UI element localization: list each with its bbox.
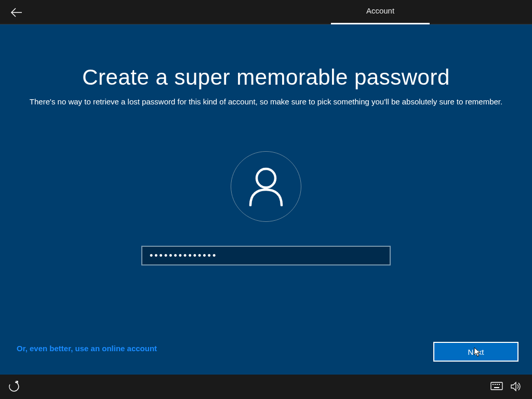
svg-rect-7	[494, 387, 499, 388]
main-content: Create a super memorable password There'…	[0, 24, 532, 375]
back-button[interactable]	[9, 5, 24, 20]
on-screen-keyboard-button[interactable]	[490, 382, 503, 392]
next-button[interactable]: Next	[433, 342, 518, 362]
keyboard-icon	[490, 382, 503, 390]
user-avatar	[231, 151, 301, 222]
next-button-label: Next	[468, 348, 484, 356]
svg-rect-3	[493, 384, 494, 385]
back-arrow-icon	[10, 7, 23, 18]
svg-rect-5	[497, 384, 498, 385]
svg-point-0	[257, 169, 275, 188]
page-subtitle: There's no way to retrieve a lost passwo…	[0, 97, 532, 106]
tab-account[interactable]: Account	[366, 6, 394, 15]
use-online-account-link[interactable]: Or, even better, use an online account	[17, 344, 157, 353]
svg-rect-2	[491, 382, 502, 390]
ease-of-access-icon	[8, 381, 20, 392]
page-title: Create a super memorable password	[0, 65, 532, 90]
svg-rect-6	[499, 384, 500, 385]
svg-rect-4	[495, 384, 496, 385]
taskbar	[0, 375, 532, 399]
person-icon	[247, 167, 285, 206]
volume-button[interactable]	[510, 381, 523, 393]
password-input[interactable]	[141, 246, 391, 265]
volume-icon	[510, 381, 522, 392]
titlebar: Account	[0, 0, 532, 24]
ease-of-access-button[interactable]	[8, 381, 21, 393]
